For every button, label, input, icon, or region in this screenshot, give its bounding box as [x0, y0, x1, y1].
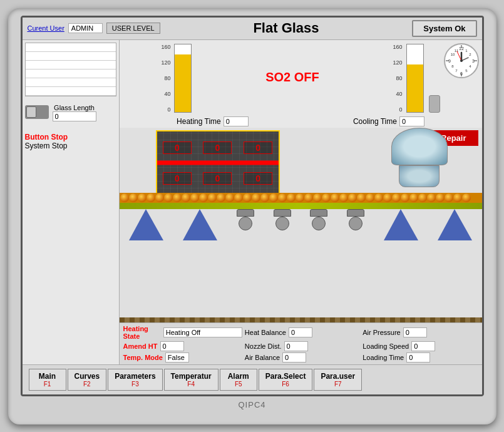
right-gauge: 160 120 80 40 0	[393, 44, 440, 113]
glass-length-label: Glass Length	[53, 104, 96, 111]
furnace-cell: 0	[244, 172, 272, 185]
heating-time-input[interactable]	[224, 116, 249, 126]
burner-center-right	[310, 209, 327, 230]
svg-point-27	[164, 193, 173, 202]
air-pressure-row: Air Pressure	[363, 325, 478, 340]
air-pressure-input[interactable]	[403, 327, 427, 337]
glass-length-input[interactable]	[53, 111, 96, 121]
svg-point-36	[243, 193, 252, 202]
cooling-time-input[interactable]	[399, 116, 424, 126]
right-gauge-fill	[407, 64, 423, 112]
cooling-time-label: Cooling Time	[353, 117, 397, 126]
svg-point-54	[401, 193, 409, 202]
svg-point-53	[392, 193, 401, 202]
page-title: Flat Glass	[164, 20, 409, 36]
tab-para-user[interactable]: Para.user F7	[314, 369, 362, 391]
conveyor-top	[120, 193, 482, 203]
left-gauge-fill	[175, 54, 191, 112]
burner-left	[237, 209, 254, 230]
svg-point-47	[339, 193, 348, 202]
svg-point-45	[322, 193, 331, 202]
right-gauge-toggle[interactable]	[429, 95, 440, 113]
nozzle-dist-input[interactable]	[284, 341, 308, 351]
air-pressure-label: Air Pressure	[363, 329, 401, 336]
tab-main[interactable]: Main F1	[29, 369, 66, 391]
tab-curves[interactable]: Curves F2	[68, 369, 107, 391]
tab-parameters[interactable]: Parameters F3	[108, 369, 162, 391]
left-gauge-scale: 160 120 80 40 0	[161, 44, 172, 113]
svg-text:11: 11	[454, 49, 458, 53]
bottom-nav: Main F1 Curves F2 Parameters F3 Temperat…	[23, 364, 482, 394]
svg-point-49	[357, 193, 366, 202]
table-row	[26, 52, 116, 61]
svg-point-31	[199, 193, 208, 202]
svg-point-33	[217, 193, 225, 202]
svg-point-23	[129, 193, 138, 202]
button-stop-label[interactable]: Button Stop	[25, 133, 116, 141]
toggle-switch[interactable]	[25, 105, 49, 119]
loading-time-input[interactable]	[406, 352, 430, 363]
svg-text:12: 12	[459, 46, 464, 51]
temp-mode-input[interactable]	[165, 352, 189, 363]
heat-balance-label: Heat Balance	[245, 329, 286, 336]
burner-center-left	[274, 209, 291, 230]
air-balance-input[interactable]	[282, 352, 306, 363]
svg-point-51	[374, 193, 383, 202]
heating-state-input[interactable]	[163, 327, 242, 337]
blower-bottom	[399, 165, 440, 187]
table-row	[26, 87, 116, 96]
amend-ht-label: Amend HT	[123, 342, 158, 350]
time-row: Heating Time Cooling Time	[120, 115, 482, 128]
svg-point-43	[304, 193, 313, 202]
nozzle-dist-row: Nozzle Dist.	[245, 341, 360, 351]
svg-point-37	[252, 193, 260, 202]
furnace-cell: 0	[203, 172, 232, 185]
heat-balance-input[interactable]	[289, 327, 312, 337]
furnace-red-bar	[157, 161, 279, 165]
loading-speed-input[interactable]	[411, 341, 435, 351]
loading-speed-row: Loading Speed	[363, 341, 478, 351]
user-level-button[interactable]: USER LEVEL	[106, 23, 160, 34]
so2-label: SO2 OFF	[265, 70, 319, 85]
svg-point-35	[234, 193, 243, 202]
main-content: Glass Length Button Stop System Stop	[23, 40, 482, 364]
left-gauge-bar	[174, 44, 192, 113]
svg-point-24	[138, 193, 147, 202]
heating-time-label: Heating Time	[177, 117, 221, 126]
heating-state-row: Heating State	[123, 325, 242, 340]
toggle-knob	[26, 106, 36, 118]
svg-point-50	[366, 193, 374, 202]
temp-mode-label: Temp. Mode	[123, 354, 163, 361]
ipc-logo: QIPC4	[238, 400, 265, 409]
svg-marker-63	[183, 209, 217, 240]
svg-point-60	[453, 193, 462, 202]
svg-marker-62	[129, 209, 163, 240]
nozzle-dist-label: Nozzle Dist.	[245, 342, 282, 350]
svg-point-38	[260, 193, 269, 202]
current-user-label[interactable]: Curent User	[28, 24, 64, 32]
system-ok-button[interactable]: System Ok	[412, 20, 476, 37]
tab-para-select[interactable]: Para.Select F6	[259, 369, 313, 391]
furnace-bottom-row: 0 0 0	[157, 172, 279, 185]
air-balance-label: Air Balance	[245, 354, 280, 361]
table-row	[26, 43, 116, 52]
data-table	[25, 43, 116, 96]
tab-temperatur[interactable]: Temperatur F4	[164, 369, 219, 391]
right-gauge-scale: 160 120 80 40 0	[393, 44, 404, 113]
conveyor-balls-svg	[120, 193, 482, 203]
furnace-cell: 0	[203, 141, 232, 154]
table-row	[26, 69, 116, 78]
blower	[391, 128, 448, 187]
device-frame: Curent User USER LEVEL Flat Glass System…	[8, 8, 496, 424]
left-panel: Glass Length Button Stop System Stop	[23, 40, 120, 364]
svg-point-29	[182, 193, 190, 202]
furnace-cell: 0	[163, 172, 192, 185]
svg-point-42	[296, 193, 304, 202]
user-input[interactable]	[68, 23, 103, 33]
amend-ht-input[interactable]	[160, 341, 184, 351]
temp-mode-row: Temp. Mode	[123, 352, 242, 363]
status-bar: Heating State Heat Balance Air Pressure …	[120, 322, 482, 364]
loading-time-row: Loading Time	[363, 352, 478, 363]
tab-alarm[interactable]: Alarm F5	[220, 369, 257, 391]
svg-point-61	[462, 193, 471, 202]
